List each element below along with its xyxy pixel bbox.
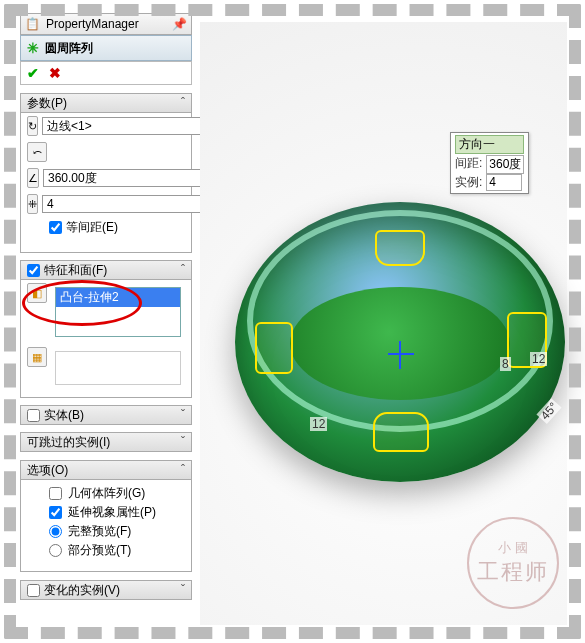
property-manager-header: 📋 PropertyManager 📌 [20,13,192,35]
features-listbox[interactable]: 凸台-拉伸2 [55,287,181,337]
section-header-options[interactable]: 选项(O) ˆ [20,460,192,480]
feature-name: 圆周阵列 [45,40,93,57]
watermark-line2: 工程师 [477,557,549,587]
triad-icon[interactable] [385,341,415,371]
section-title-varied: 变化的实例(V) [44,582,120,599]
watermark-line1: 小 國 [498,539,528,557]
faces-list-icon: ▦ [27,347,47,367]
feature-title-bar: ✳ 圆周阵列 [20,35,192,61]
full-preview-radio[interactable] [49,525,62,538]
callout-spacing-label: 间距: [455,155,482,174]
dimension-12b: 12 [530,352,547,366]
axis-selector-icon[interactable]: ↻ [27,116,38,136]
section-title-features: 特征和面(F) [44,262,107,279]
dimension-8: 8 [500,357,511,371]
partial-preview-radio[interactable] [49,544,62,557]
watermark: 小 國 工程师 [467,517,559,609]
circular-pattern-icon: ✳ [27,40,39,56]
section-body-parameters: ↻ ⤺ ∠ ▴▾ ⁜ ▴▾ 等间距(E) [20,113,192,253]
feature-list-icon: ◧ [27,283,47,303]
model-bowl [235,202,565,482]
pm-title: PropertyManager [46,17,139,31]
pattern-instance-left [255,322,293,374]
section-title-skip: 可跳过的实例(I) [27,434,110,451]
section-header-varied[interactable]: 变化的实例(V) ˇ [20,580,192,600]
ok-button[interactable]: ✔ [27,65,39,81]
callout-instances-label: 实例: [455,174,482,191]
faces-listbox[interactable] [55,351,181,385]
equal-spacing-label: 等间距(E) [66,219,118,236]
varied-enable-checkbox[interactable] [27,584,40,597]
equal-spacing-checkbox[interactable] [49,221,62,234]
section-header-bodies[interactable]: 实体(B) ˇ [20,405,192,425]
pattern-instance-top [375,230,425,266]
bodies-enable-checkbox[interactable] [27,409,40,422]
section-header-parameters[interactable]: 参数(P) ˆ [20,93,192,113]
geometry-pattern-label: 几何体阵列(G) [68,485,145,502]
section-body-features: ◧ 凸台-拉伸2 ▦ [20,280,192,398]
angle-icon: ∠ [27,168,39,188]
chevron-down-icon: ˇ [181,435,185,449]
feature-item-selected[interactable]: 凸台-拉伸2 [56,288,180,307]
instances-icon: ⁜ [27,194,38,214]
section-header-skip[interactable]: 可跳过的实例(I) ˇ [20,432,192,452]
pm-icon: 📋 [25,17,40,31]
instances-input[interactable] [42,195,202,213]
callout-spacing-value[interactable]: 360度 [486,155,524,174]
propagate-visual-checkbox[interactable] [49,506,62,519]
chevron-down-icon: ˇ [181,583,185,597]
direction-callout[interactable]: 方向一 间距:360度 实例:4 [450,132,529,194]
reverse-direction-icon[interactable]: ⤺ [27,142,47,162]
dimension-12a: 12 [310,417,327,431]
axis-input[interactable] [42,117,202,135]
pin-icon[interactable]: 📌 [172,17,187,31]
ok-cancel-bar: ✔ ✖ [20,61,192,85]
pattern-instance-bottom [373,412,429,452]
section-title-options: 选项(O) [27,462,68,479]
chevron-up-icon: ˆ [181,263,185,277]
chevron-up-icon: ˆ [181,96,185,110]
section-body-options: 几何体阵列(G) 延伸视象属性(P) 完整预览(F) 部分预览(T) [20,480,192,572]
section-header-features[interactable]: 特征和面(F) ˆ [20,260,192,280]
chevron-up-icon: ˆ [181,463,185,477]
features-enable-checkbox[interactable] [27,264,40,277]
partial-preview-label: 部分预览(T) [68,542,131,559]
propagate-visual-label: 延伸视象属性(P) [68,504,156,521]
section-title-bodies: 实体(B) [44,407,84,424]
full-preview-label: 完整预览(F) [68,523,131,540]
chevron-down-icon: ˇ [181,408,185,422]
cancel-button[interactable]: ✖ [49,65,61,81]
angle-input[interactable] [43,169,203,187]
section-title-parameters: 参数(P) [27,95,67,112]
callout-title: 方向一 [455,135,524,154]
callout-instances-value[interactable]: 4 [486,174,522,191]
geometry-pattern-checkbox[interactable] [49,487,62,500]
